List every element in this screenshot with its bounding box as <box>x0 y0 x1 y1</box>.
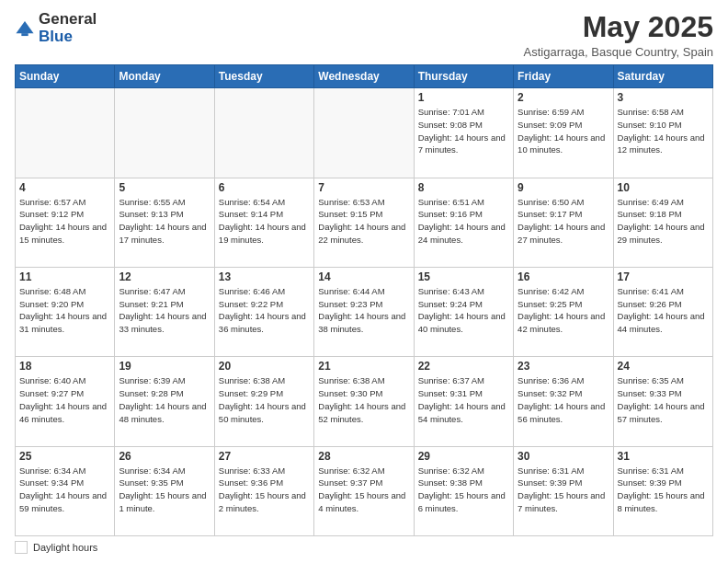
calendar-cell: 22Sunrise: 6:37 AM Sunset: 9:31 PM Dayli… <box>414 357 513 446</box>
header-saturday: Saturday <box>613 65 712 88</box>
calendar-cell: 2Sunrise: 6:59 AM Sunset: 9:09 PM Daylig… <box>514 88 613 178</box>
day-info: Sunrise: 6:31 AM Sunset: 9:39 PM Dayligh… <box>618 465 709 515</box>
day-info: Sunrise: 6:32 AM Sunset: 9:38 PM Dayligh… <box>418 465 509 515</box>
logo-blue: Blue <box>39 29 97 46</box>
calendar-cell: 17Sunrise: 6:41 AM Sunset: 9:26 PM Dayli… <box>613 267 712 356</box>
day-info: Sunrise: 6:39 AM Sunset: 9:28 PM Dayligh… <box>119 374 210 425</box>
day-number: 2 <box>518 91 609 104</box>
day-number: 27 <box>219 450 310 463</box>
calendar-cell: 13Sunrise: 6:46 AM Sunset: 9:22 PM Dayli… <box>214 267 313 356</box>
calendar-cell: 30Sunrise: 6:31 AM Sunset: 9:39 PM Dayli… <box>514 446 613 535</box>
day-number: 24 <box>618 360 709 373</box>
day-info: Sunrise: 6:50 AM Sunset: 9:17 PM Dayligh… <box>518 196 609 247</box>
calendar-cell: 3Sunrise: 6:58 AM Sunset: 9:10 PM Daylig… <box>613 88 712 178</box>
day-info: Sunrise: 6:42 AM Sunset: 9:25 PM Dayligh… <box>518 285 609 336</box>
day-info: Sunrise: 6:31 AM Sunset: 9:39 PM Dayligh… <box>518 465 609 515</box>
header-monday: Monday <box>115 65 214 88</box>
daylight-box <box>15 541 28 554</box>
calendar-cell: 14Sunrise: 6:44 AM Sunset: 9:23 PM Dayli… <box>314 267 414 356</box>
svg-rect-1 <box>21 33 28 36</box>
day-number: 26 <box>119 450 210 463</box>
title-block: May 2025 Astigarraga, Basque Country, Sp… <box>524 11 713 59</box>
day-number: 12 <box>119 270 210 283</box>
calendar-cell: 18Sunrise: 6:40 AM Sunset: 9:27 PM Dayli… <box>16 357 115 446</box>
day-number: 7 <box>318 181 409 194</box>
calendar-cell: 27Sunrise: 6:33 AM Sunset: 9:36 PM Dayli… <box>214 446 313 535</box>
day-info: Sunrise: 6:57 AM Sunset: 9:12 PM Dayligh… <box>19 196 110 247</box>
day-number: 11 <box>19 270 110 283</box>
calendar-cell: 11Sunrise: 6:48 AM Sunset: 9:20 PM Dayli… <box>16 267 115 356</box>
logo: General Blue <box>15 11 97 45</box>
day-number: 18 <box>19 360 110 373</box>
header-thursday: Thursday <box>414 65 513 88</box>
week-row-3: 11Sunrise: 6:48 AM Sunset: 9:20 PM Dayli… <box>16 267 713 356</box>
day-info: Sunrise: 6:49 AM Sunset: 9:18 PM Dayligh… <box>618 196 709 247</box>
day-info: Sunrise: 6:34 AM Sunset: 9:34 PM Dayligh… <box>19 465 110 515</box>
daylight-label: Daylight hours <box>33 542 97 553</box>
header-friday: Friday <box>514 65 613 88</box>
calendar-cell: 19Sunrise: 6:39 AM Sunset: 9:28 PM Dayli… <box>115 357 214 446</box>
header-tuesday: Tuesday <box>214 65 313 88</box>
week-row-5: 25Sunrise: 6:34 AM Sunset: 9:34 PM Dayli… <box>16 446 713 535</box>
day-info: Sunrise: 6:43 AM Sunset: 9:24 PM Dayligh… <box>418 285 509 336</box>
day-number: 1 <box>418 91 509 104</box>
day-info: Sunrise: 6:41 AM Sunset: 9:26 PM Dayligh… <box>618 285 709 336</box>
calendar-cell: 6Sunrise: 6:54 AM Sunset: 9:14 PM Daylig… <box>214 178 313 267</box>
calendar-cell: 9Sunrise: 6:50 AM Sunset: 9:17 PM Daylig… <box>514 178 613 267</box>
day-number: 30 <box>518 450 609 463</box>
week-row-4: 18Sunrise: 6:40 AM Sunset: 9:27 PM Dayli… <box>16 357 713 446</box>
day-info: Sunrise: 6:34 AM Sunset: 9:35 PM Dayligh… <box>119 465 210 515</box>
page: General Blue May 2025 Astigarraga, Basqu… <box>0 0 728 563</box>
day-info: Sunrise: 6:33 AM Sunset: 9:36 PM Dayligh… <box>219 465 310 515</box>
calendar-cell <box>314 88 414 178</box>
day-number: 23 <box>518 360 609 373</box>
day-info: Sunrise: 6:38 AM Sunset: 9:30 PM Dayligh… <box>318 374 409 425</box>
calendar-cell <box>214 88 313 178</box>
day-info: Sunrise: 6:40 AM Sunset: 9:27 PM Dayligh… <box>19 374 110 425</box>
logo-general: General <box>39 11 97 29</box>
day-info: Sunrise: 6:48 AM Sunset: 9:20 PM Dayligh… <box>19 285 110 336</box>
day-info: Sunrise: 6:53 AM Sunset: 9:15 PM Dayligh… <box>318 196 409 247</box>
calendar-cell: 4Sunrise: 6:57 AM Sunset: 9:12 PM Daylig… <box>16 178 115 267</box>
day-number: 21 <box>318 360 409 373</box>
day-info: Sunrise: 6:54 AM Sunset: 9:14 PM Dayligh… <box>219 196 310 247</box>
header-wednesday: Wednesday <box>314 65 414 88</box>
calendar-cell: 21Sunrise: 6:38 AM Sunset: 9:30 PM Dayli… <box>314 357 414 446</box>
calendar-cell: 7Sunrise: 6:53 AM Sunset: 9:15 PM Daylig… <box>314 178 414 267</box>
day-number: 5 <box>119 181 210 194</box>
month-title: May 2025 <box>524 11 713 43</box>
calendar-cell: 16Sunrise: 6:42 AM Sunset: 9:25 PM Dayli… <box>514 267 613 356</box>
day-number: 6 <box>219 181 310 194</box>
day-number: 4 <box>19 181 110 194</box>
calendar-cell: 1Sunrise: 7:01 AM Sunset: 9:08 PM Daylig… <box>414 88 513 178</box>
day-info: Sunrise: 6:44 AM Sunset: 9:23 PM Dayligh… <box>318 285 409 336</box>
day-number: 3 <box>618 91 709 104</box>
day-number: 9 <box>518 181 609 194</box>
day-number: 15 <box>418 270 509 283</box>
calendar-cell: 10Sunrise: 6:49 AM Sunset: 9:18 PM Dayli… <box>613 178 712 267</box>
footer: Daylight hours <box>15 541 713 554</box>
day-number: 10 <box>618 181 709 194</box>
calendar-cell: 25Sunrise: 6:34 AM Sunset: 9:34 PM Dayli… <box>16 446 115 535</box>
calendar-cell: 23Sunrise: 6:36 AM Sunset: 9:32 PM Dayli… <box>514 357 613 446</box>
day-info: Sunrise: 6:51 AM Sunset: 9:16 PM Dayligh… <box>418 196 509 247</box>
day-number: 31 <box>618 450 709 463</box>
week-row-1: 1Sunrise: 7:01 AM Sunset: 9:08 PM Daylig… <box>16 88 713 178</box>
day-info: Sunrise: 7:01 AM Sunset: 9:08 PM Dayligh… <box>418 106 509 156</box>
day-info: Sunrise: 6:46 AM Sunset: 9:22 PM Dayligh… <box>219 285 310 336</box>
day-info: Sunrise: 6:47 AM Sunset: 9:21 PM Dayligh… <box>119 285 210 336</box>
calendar-cell: 15Sunrise: 6:43 AM Sunset: 9:24 PM Dayli… <box>414 267 513 356</box>
calendar-cell <box>115 88 214 178</box>
calendar-cell: 28Sunrise: 6:32 AM Sunset: 9:37 PM Dayli… <box>314 446 414 535</box>
day-number: 29 <box>418 450 509 463</box>
calendar-cell: 8Sunrise: 6:51 AM Sunset: 9:16 PM Daylig… <box>414 178 513 267</box>
day-info: Sunrise: 6:38 AM Sunset: 9:29 PM Dayligh… <box>219 374 310 425</box>
day-number: 19 <box>119 360 210 373</box>
header-sunday: Sunday <box>16 65 115 88</box>
day-info: Sunrise: 6:55 AM Sunset: 9:13 PM Dayligh… <box>119 196 210 247</box>
day-number: 20 <box>219 360 310 373</box>
calendar-cell: 5Sunrise: 6:55 AM Sunset: 9:13 PM Daylig… <box>115 178 214 267</box>
day-info: Sunrise: 6:36 AM Sunset: 9:32 PM Dayligh… <box>518 374 609 425</box>
day-info: Sunrise: 6:37 AM Sunset: 9:31 PM Dayligh… <box>418 374 509 425</box>
calendar-cell: 12Sunrise: 6:47 AM Sunset: 9:21 PM Dayli… <box>115 267 214 356</box>
